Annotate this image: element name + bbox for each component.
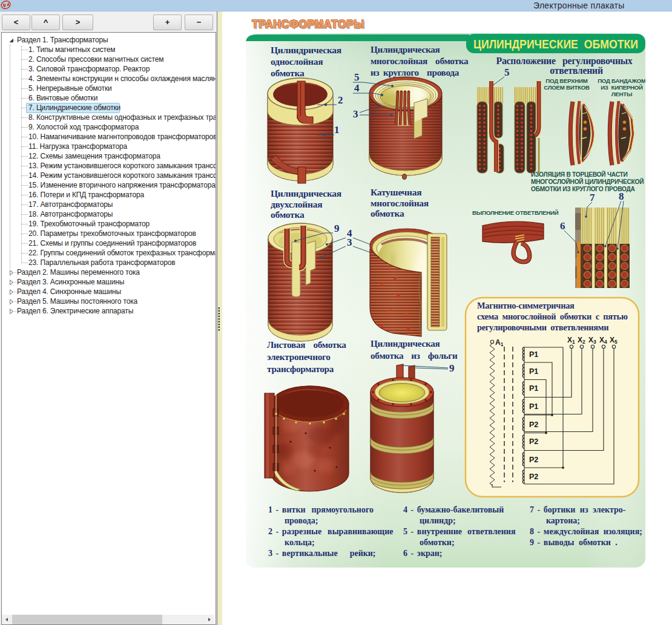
svg-text:1: 1 [334,124,340,136]
svg-text:ИЗ КИПЕРНОЙ: ИЗ КИПЕРНОЙ [601,84,643,91]
svg-text:СЛОЕМ ВИТКОВ: СЛОЕМ ВИТКОВ [544,84,590,91]
svg-text:цилиндр;: цилиндр; [420,516,456,525]
svg-text:P2: P2 [529,437,538,446]
svg-text:7: 7 [590,192,595,203]
svg-text:ЛЕНТЫ: ЛЕНТЫ [611,91,632,97]
svg-text:обмотка: обмотка [371,208,404,218]
svg-text:электропечного: электропечного [267,352,331,362]
svg-text:ПОД БАНДАЖОМ: ПОД БАНДАЖОМ [598,77,645,84]
svg-text:P1: P1 [529,384,538,393]
svg-text:P2: P2 [529,456,538,464]
svg-text:ЦИЛИНДРИЧЕСКИЕ ОБМОТКИ: ЦИЛИНДРИЧЕСКИЕ ОБМОТКИ [473,38,638,51]
svg-text:многослойная обмотка: многослойная обмотка [371,56,469,66]
svg-text:P1: P1 [529,367,538,376]
svg-text:однослойная: однослойная [271,56,323,67]
svg-text:6 - экран;: 6 - экран; [403,549,443,558]
svg-text:P1: P1 [529,402,538,411]
svg-text:5: 5 [504,67,510,78]
svg-text:провода;: провода; [285,516,318,525]
svg-text:1 - витки прямоугольного: 1 - витки прямоугольного [268,505,374,514]
svg-text:кольца;: кольца; [285,538,315,547]
svg-text:двухслойная: двухслойная [271,199,322,209]
svg-text:Цилиндрическая: Цилиндрическая [271,188,341,198]
svg-text:2: 2 [338,94,343,106]
svg-text:5 - внутренние ответвления: 5 - внутренние ответвления [403,527,516,536]
svg-text:ИЗОЛЯЦИЯ В ТОРЦЕВОЙ ЧАСТИ: ИЗОЛЯЦИЯ В ТОРЦЕВОЙ ЧАСТИ [531,171,628,178]
svg-text:многослойная: многослойная [371,198,429,208]
svg-text:обмотка из фольги: обмотка из фольги [371,350,458,361]
svg-text:9: 9 [449,362,455,374]
svg-text:схема многослойной обмотки: схема многослойной обмотки с пятью [477,312,628,321]
svg-text:трансформатора: трансформатора [267,364,334,374]
svg-text:9: 9 [334,223,340,234]
svg-text:8 - междуслойная изоляция;: 8 - междуслойная изоляция; [530,527,642,536]
svg-text:ПОД ВЕРХНИМ: ПОД ВЕРХНИМ [545,77,587,84]
svg-text:ВЫПОЛНЕНИЕ ОТВЕТВЛЕНИЙ: ВЫПОЛНЕНИЕ ОТВЕТВЛЕНИЙ [472,209,559,216]
svg-text:Цилиндрическая: Цилиндрическая [371,44,440,54]
svg-text:9 - выводы обмотки .: 9 - выводы обмотки . [530,538,618,547]
svg-text:обмотка: обмотка [271,68,305,78]
svg-text:Цилиндрическая: Цилиндрическая [371,338,440,348]
svg-text:3: 3 [353,108,358,120]
svg-text:обмотка: обмотка [271,209,305,220]
svg-text:3 - вертикальные рейки;: 3 - вертикальные рейки; [268,549,376,558]
svg-text:обмотки;: обмотки; [420,538,455,547]
svg-text:картона;: картона; [546,516,580,525]
svg-text:из круглого провода: из круглого провода [371,67,460,77]
svg-text:4 - бумажно-бакелитовый: 4 - бумажно-бакелитовый [403,505,504,514]
svg-text:P1: P1 [529,350,538,359]
svg-text:Катушечная: Катушечная [371,187,421,197]
svg-text:2 - разрезные выравнивающие: 2 - разрезные выравнивающие [268,527,393,536]
svg-text:Магнитно-симметричная: Магнитно-симметричная [477,301,575,310]
svg-text:ответвлений: ответвлений [550,65,603,76]
svg-text:P2: P2 [529,473,538,481]
svg-text:7 - бортики из электро-: 7 - бортики из электро- [530,505,626,514]
svg-text:P2: P2 [529,420,538,429]
svg-text:МНОГОСЛОЙНОЙ ЦИЛИНДРИЧЕСКОЙ: МНОГОСЛОЙНОЙ ЦИЛИНДРИЧЕСКОЙ [531,178,644,185]
svg-text:6: 6 [560,220,565,232]
svg-text:8: 8 [619,191,624,202]
svg-text:регулировочными ответвлениями: регулировочными ответвлениями [477,322,608,332]
svg-text:5: 5 [354,71,360,83]
svg-text:Цилиндрическая: Цилиндрическая [271,45,341,55]
svg-text:4: 4 [354,82,360,94]
svg-text:3: 3 [347,237,352,248]
